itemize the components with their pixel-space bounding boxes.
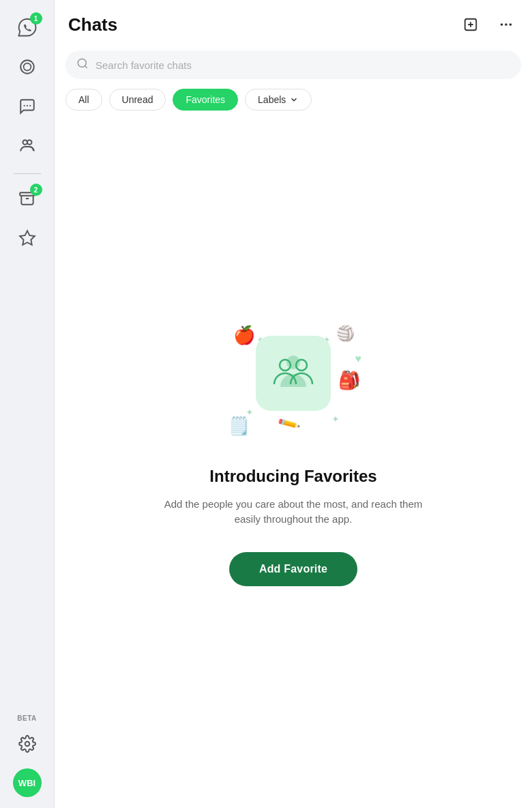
svg-point-6 [27,140,32,145]
tab-unread[interactable]: Unread [109,89,166,111]
sidebar-item-archive[interactable]: 2 [11,182,44,215]
svg-marker-8 [20,231,35,245]
svg-point-11 [501,23,503,26]
svg-point-13 [509,23,512,26]
tab-favorites[interactable]: Favorites [173,89,238,111]
sidebar-bottom: BETA WBI [11,715,44,797]
volleyball-icon: 🏐 [336,325,355,343]
search-icon [76,57,89,72]
page-title: Chats [68,14,117,35]
tab-all[interactable]: All [65,89,102,111]
header-actions [458,12,518,37]
svg-point-1 [23,63,31,71]
svg-point-14 [78,59,86,67]
communities-icon [18,137,36,155]
sidebar-divider [14,173,41,174]
archive-badge: 2 [30,184,42,196]
svg-point-3 [26,105,27,106]
empty-state-title: Introducing Favorites [209,467,376,486]
people-icon [271,350,315,396]
add-favorite-button[interactable]: Add Favorite [229,552,357,586]
svg-point-0 [20,60,34,74]
avatar[interactable]: WBI [13,768,42,797]
empty-state: ✦ ✦ ✦ ✦ 🍎 🏐 ♥ [55,120,532,808]
svg-point-9 [25,742,29,747]
pencil-icon: ✏️ [276,411,301,435]
svg-point-2 [23,105,25,106]
svg-point-17 [287,356,299,369]
search-placeholder: Search favorite chats [95,59,192,71]
settings-icon [18,735,36,753]
more-options-button[interactable] [494,12,518,37]
favorites-illustration: ✦ ✦ ✦ ✦ 🍎 🏐 ♥ [218,315,368,445]
notepad-icon: 🗒️ [228,416,250,437]
header: Chats [55,0,532,46]
sidebar-item-communities[interactable] [11,130,44,162]
empty-state-description: Add the people you care about the most, … [164,497,423,528]
backpack-icon: 🎒 [338,370,360,391]
new-chat-button[interactable] [458,12,483,37]
filter-tabs: All Unread Favorites Labels [55,86,532,120]
chevron-down-icon [289,95,299,104]
more-options-icon [499,17,514,32]
favorites-card-illustration [256,336,331,411]
apple-icon: 🍎 [233,325,255,346]
sidebar-item-chats[interactable] [11,90,44,123]
svg-point-4 [29,105,31,106]
beta-label: BETA [17,715,36,722]
sidebar-item-starred[interactable] [11,222,44,255]
heart-icon: ♥ [355,353,362,365]
search-bar[interactable]: Search favorite chats [65,50,521,79]
sidebar-item-settings[interactable] [11,727,44,760]
sidebar-item-whatsapp[interactable]: 1 [11,11,44,44]
sidebar: 1 2 [0,0,55,808]
sparkle-icon-4: ✦ [331,414,340,424]
status-icon [18,58,36,76]
chats-icon [18,98,36,115]
svg-point-12 [505,23,507,26]
new-chat-icon [463,17,478,32]
whatsapp-badge: 1 [30,12,42,25]
search-bar-wrapper: Search favorite chats [55,46,532,86]
main-panel: Chats [55,0,532,808]
starred-icon [18,229,36,247]
tab-labels[interactable]: Labels [245,89,312,111]
sidebar-item-status[interactable] [11,50,44,83]
